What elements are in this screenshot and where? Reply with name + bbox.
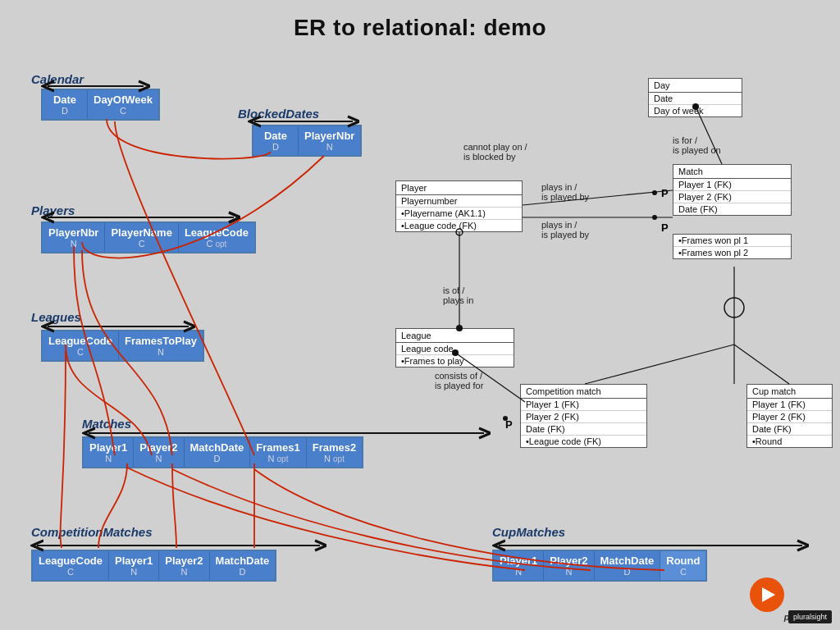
section-matches: Matches [82, 417, 131, 431]
match-player1: Player1N [84, 438, 134, 467]
er-comp-date: Date (FK) [521, 423, 646, 436]
er-league-code: League code [396, 343, 514, 355]
er-league-title: League [396, 329, 514, 343]
er-player-title: Player [396, 181, 522, 195]
label-plays-in-2: plays in /is played by [541, 220, 589, 240]
cup-match-date: MatchDateD [595, 551, 661, 580]
er-match-date: Date (FK) [673, 203, 791, 215]
play-button[interactable] [750, 578, 784, 612]
er-cup-match: Cup match Player 1 (FK) Player 2 (FK) Da… [746, 384, 833, 448]
label-plays-in-1: plays in /is played by [541, 182, 589, 202]
match-date: MatchDateD [185, 438, 251, 467]
cup-round: RoundC [660, 551, 705, 580]
er-match-p2: Player 2 (FK) [673, 191, 791, 203]
er-comp-title: Competition match [521, 385, 646, 399]
player-league-code: LeagueCodeC opt [179, 223, 254, 252]
page-title: ER to relational: demo [0, 0, 840, 41]
blocked-playernbr: PlayerNbrN [299, 126, 360, 155]
section-players: Players [31, 203, 75, 217]
table-cup-matches: Player1N Player2N MatchDateD RoundC [492, 550, 707, 582]
er-comp-league: •League code (FK) [521, 436, 646, 447]
er-cup-p2: Player 2 (FK) [747, 411, 832, 423]
er-day-date: Date [649, 93, 742, 105]
er-player-league: •League code (FK) [396, 220, 522, 231]
svg-point-22 [652, 215, 657, 220]
calendar-date: DateD [43, 90, 88, 119]
section-calendar: Calendar [31, 72, 84, 86]
table-players: PlayerNbrN PlayerNameC LeagueCodeC opt [41, 221, 256, 253]
match-frames2: Frames2N opt [307, 438, 362, 467]
er-cup-p1: Player 1 (FK) [747, 399, 832, 411]
er-cup-title: Cup match [747, 385, 832, 399]
er-player: Player Playernumber •Playername (AK1.1) … [395, 180, 523, 232]
er-match-frames2: •Frames won pl 2 [673, 247, 791, 258]
comp-league-code: LeagueCodeC [33, 551, 109, 580]
svg-point-21 [652, 190, 657, 195]
label-consists-of: consists of /is played for [435, 371, 483, 390]
ps-logo-badge: pluralsight [788, 610, 832, 623]
table-competition-matches: LeagueCodeC Player1N Player2N MatchDateD [31, 550, 276, 582]
blocked-date: DateD [253, 126, 299, 155]
comp-player2: Player2N [159, 551, 209, 580]
er-match-extra: •Frames won pl 1 •Frames won pl 2 [673, 234, 792, 259]
section-blocked-dates: BlockedDates [238, 107, 319, 121]
er-competition-match: Competition match Player 1 (FK) Player 2… [520, 384, 647, 448]
table-matches: Player1N Player2N MatchDateD Frames1N op… [82, 436, 363, 468]
er-match: Match Player 1 (FK) Player 2 (FK) Date (… [673, 164, 792, 216]
table-blocked-dates: DateD PlayerNbrN [252, 125, 362, 157]
label-p3: P [505, 418, 513, 431]
er-comp-p2: Player 2 (FK) [521, 411, 646, 423]
label-p2: P [661, 221, 669, 234]
match-player2: Player2N [134, 438, 184, 467]
er-comp-p1: Player 1 (FK) [521, 399, 646, 411]
er-cup-round: •Round [747, 436, 832, 447]
er-player-number: Playernumber [396, 195, 522, 208]
er-match-p1: Player 1 (FK) [673, 179, 791, 191]
cup-player1: Player1N [494, 551, 544, 580]
er-day: Day Date Day of week [648, 78, 742, 117]
cup-player2: Player2N [544, 551, 594, 580]
er-league: League League code •Frames to play [395, 328, 514, 368]
label-is-for: is for /is played on [673, 135, 721, 155]
section-leagues: Leagues [31, 310, 81, 324]
league-code: LeagueCodeC [43, 331, 119, 360]
player-nbr: PlayerNbrN [43, 223, 105, 252]
section-cup-matches: CupMatches [492, 525, 565, 539]
er-cup-date: Date (FK) [747, 423, 832, 436]
label-cannot-play-on: cannot play on /is blocked by [463, 142, 527, 162]
er-league-frames: •Frames to play [396, 355, 514, 367]
comp-match-date: MatchDateD [210, 551, 276, 580]
table-calendar: DateD DayOfWeekC [41, 89, 160, 121]
comp-player1: Player1N [109, 551, 159, 580]
table-leagues: LeagueCodeC FramesToPlayN [41, 330, 204, 362]
player-name: PlayerNameC [105, 223, 178, 252]
section-competition-matches: CompetitionMatches [31, 525, 153, 539]
label-is-of: is of /plays in [443, 285, 473, 305]
play-icon [762, 587, 775, 602]
er-day-title: Day [649, 79, 742, 93]
calendar-dayofweek: DayOfWeekC [88, 90, 158, 119]
frames-to-play: FramesToPlayN [119, 331, 203, 360]
svg-line-19 [734, 345, 789, 384]
er-day-dayofweek: Day of week [649, 105, 742, 116]
svg-point-20 [724, 298, 744, 317]
er-match-title: Match [673, 165, 791, 179]
svg-line-18 [585, 345, 734, 384]
label-p1: P [661, 187, 669, 199]
match-frames1: Frames1N opt [250, 438, 306, 467]
er-player-name: •Playername (AK1.1) [396, 208, 522, 220]
er-match-frames1: •Frames won pl 1 [673, 235, 791, 247]
